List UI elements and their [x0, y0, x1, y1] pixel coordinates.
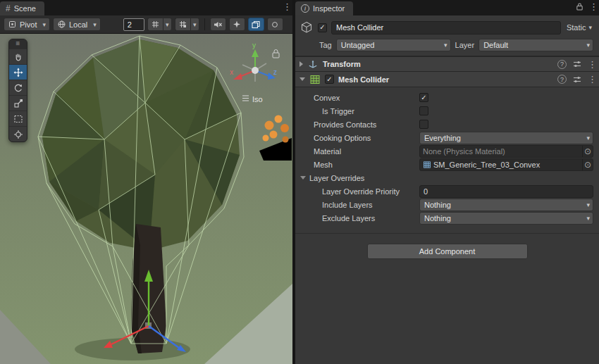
scene-toolbar: Pivot Local	[0, 15, 292, 34]
gameobject-active-checkbox[interactable]: ✓	[318, 23, 327, 32]
info-icon	[301, 4, 309, 13]
iso-label: Iso	[252, 95, 263, 103]
audio-muted-icon	[213, 20, 223, 30]
camera-icon	[270, 20, 280, 30]
scene-view: y x z Iso	[0, 34, 292, 364]
handle-rotation-dropdown[interactable]: Local	[53, 18, 101, 31]
tab-scene[interactable]: Scene	[0, 1, 44, 15]
local-label: Local	[69, 20, 87, 29]
scale-tool-button[interactable]	[9, 95, 27, 111]
is-trigger-row: Is Trigger	[295, 104, 599, 118]
tag-dropdown[interactable]: Untagged	[336, 39, 451, 51]
scene-menu-icon[interactable]	[283, 2, 290, 11]
mesh-grid-icon	[423, 161, 431, 169]
pivot-dropdown[interactable]: Pivot	[4, 18, 50, 31]
exclude-layers-row: Exclude Layers Nothing	[295, 211, 599, 225]
exclude-layers-dropdown[interactable]: Nothing	[419, 212, 593, 225]
rotate-icon	[13, 83, 23, 93]
grid-visibility-dropdown[interactable]	[147, 18, 172, 31]
dropdown-caret-icon	[42, 21, 46, 28]
transform-component-header[interactable]: Transform	[295, 56, 599, 72]
inspector-panel: Inspector ✓ Static	[295, 0, 599, 364]
include-layers-row: Include Layers Nothing	[295, 198, 599, 211]
grid-snap-dropdown[interactable]	[175, 18, 199, 31]
axis-z-label: z	[273, 68, 277, 76]
scene-panel: Scene Pivot Local	[0, 0, 292, 364]
move-tool-button[interactable]	[9, 64, 27, 80]
transform-tool-button[interactable]	[9, 126, 27, 142]
foldout-arrow-icon[interactable]	[300, 61, 303, 67]
pivot-icon	[8, 20, 17, 29]
inspector-tabstrip: Inspector	[295, 0, 599, 15]
rect-icon	[13, 114, 23, 124]
add-component-button[interactable]: Add Component	[367, 244, 528, 259]
grid-size-input[interactable]	[123, 18, 144, 31]
mesh-collider-title: Mesh Collider	[338, 75, 389, 84]
provides-contacts-checkbox[interactable]	[419, 120, 428, 129]
component-menu-icon[interactable]	[588, 75, 595, 84]
object-picker-icon[interactable]	[582, 159, 593, 170]
dropdown-caret-icon[interactable]	[163, 18, 172, 31]
static-dropdown[interactable]: Static	[565, 23, 593, 32]
exclude-layers-label: Exclude Layers	[314, 214, 419, 222]
provides-contacts-label: Provides Contacts	[314, 120, 419, 129]
component-menu-icon[interactable]	[588, 60, 595, 69]
axis-y-label: y	[252, 42, 256, 49]
scene-tabstrip: Scene	[0, 0, 292, 15]
inspector-menu-icon[interactable]	[589, 2, 596, 11]
transform-title: Transform	[323, 60, 361, 68]
inspector-lock-icon[interactable]	[576, 2, 583, 11]
view-tool-button[interactable]	[9, 49, 27, 64]
scene-audio-toggle[interactable]	[210, 18, 226, 31]
exclude-layers-value: Nothing	[424, 214, 451, 222]
cooking-options-row: Cooking Options Everything	[295, 131, 599, 144]
tag-label: Tag	[319, 41, 332, 49]
layer-override-priority-input[interactable]	[419, 185, 593, 198]
scene-viewport[interactable]: y x z Iso	[0, 34, 292, 364]
tools-overlay-handle[interactable]	[9, 39, 27, 49]
mesh-collider-component-header[interactable]: ✓ Mesh Collider	[295, 72, 599, 87]
axis-x-label: x	[230, 68, 233, 76]
presets-icon[interactable]	[572, 59, 582, 69]
layer-overrides-label: Layer Overrides	[309, 174, 364, 182]
checkmark: ✓	[421, 94, 426, 101]
scene-visibility-toggle[interactable]	[248, 18, 264, 31]
pivot-label: Pivot	[20, 20, 37, 29]
is-trigger-checkbox[interactable]	[419, 106, 428, 115]
foldout-arrow-icon[interactable]	[300, 176, 306, 180]
dropdown-caret-icon	[588, 24, 592, 31]
unity-editor: Scene Pivot Local	[0, 0, 599, 364]
layer-dropdown[interactable]: Default	[478, 39, 593, 51]
provides-contacts-row: Provides Contacts	[295, 118, 599, 131]
foldout-arrow-icon[interactable]	[300, 77, 305, 81]
tab-inspector[interactable]: Inspector	[295, 1, 353, 15]
rect-tool-button[interactable]	[9, 111, 27, 126]
scene-tab-icon	[6, 4, 11, 13]
checkmark: ✓	[319, 24, 325, 31]
scene-camera-toggle[interactable]	[267, 18, 283, 31]
help-icon[interactable]	[557, 75, 567, 84]
convex-checkbox[interactable]: ✓	[419, 93, 428, 102]
scale-icon	[13, 99, 23, 108]
gameobject-header: ✓ Static Tag Untagged Layer Default	[295, 15, 599, 56]
presets-icon[interactable]	[572, 75, 582, 84]
scene-effects-toggle[interactable]	[229, 18, 245, 31]
dropdown-caret-icon[interactable]	[190, 18, 199, 31]
layer-overrides-foldout[interactable]: Layer Overrides	[295, 171, 599, 184]
layer-value: Default	[483, 41, 508, 49]
help-icon[interactable]	[557, 60, 567, 69]
checkmark: ✓	[326, 76, 332, 83]
object-picker-icon[interactable]	[582, 146, 593, 157]
material-label: Material	[314, 147, 419, 156]
cooking-options-dropdown[interactable]: Everything	[419, 132, 593, 144]
convex-row: Convex ✓	[295, 91, 599, 104]
scene-tab-label: Scene	[14, 4, 36, 13]
component-enabled-checkbox[interactable]: ✓	[325, 75, 334, 84]
rotate-tool-button[interactable]	[9, 80, 27, 95]
include-layers-dropdown[interactable]: Nothing	[419, 199, 593, 211]
material-object-field[interactable]: None (Physics Material)	[419, 145, 593, 158]
mesh-row: Mesh SM_Generic_Tree_03_Convex	[295, 158, 599, 171]
gameobject-name-field[interactable]	[331, 21, 561, 34]
transform-component-icon	[307, 58, 319, 70]
mesh-object-field[interactable]: SM_Generic_Tree_03_Convex	[419, 158, 593, 171]
